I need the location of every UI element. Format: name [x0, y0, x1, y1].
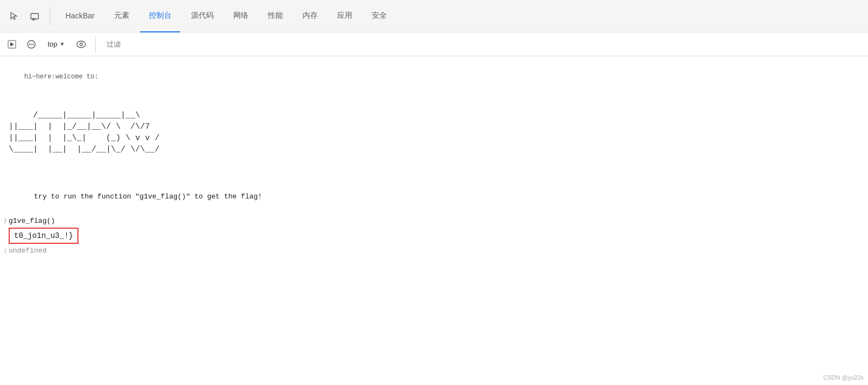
- execute-icon[interactable]: [4, 37, 19, 52]
- watermark: CSDN @yu22x: [823, 374, 864, 381]
- prompt-arrow-icon: 〉: [4, 217, 6, 224]
- console-content: hi~here:welcome to: /_____|_____|_____|_…: [0, 56, 868, 385]
- dropdown-arrow-icon: ▼: [60, 41, 65, 47]
- context-label: top: [48, 40, 57, 48]
- tab-network[interactable]: 网络: [225, 0, 257, 32]
- tab-elements[interactable]: 元素: [106, 0, 138, 32]
- ascii-art: /_____|_____|_____|__\ ||___| | |_/__|__…: [0, 94, 868, 171]
- cursor-icon[interactable]: [5, 8, 23, 25]
- tab-application[interactable]: 应用: [328, 0, 361, 32]
- devtools-icons: [5, 8, 50, 25]
- command-text: g1ve_flag(): [9, 217, 55, 225]
- collapse-arrow-icon: 〈: [4, 248, 6, 254]
- tab-security[interactable]: 安全: [363, 0, 396, 32]
- command-input-line: 〉 g1ve_flag(): [0, 215, 868, 227]
- clear-icon[interactable]: [24, 37, 39, 52]
- context-selector[interactable]: top ▼: [43, 38, 69, 50]
- tab-console[interactable]: 控制台: [140, 0, 180, 32]
- welcome-line: hi~here:welcome to:: [0, 61, 868, 94]
- tab-hackbar[interactable]: HackBar: [57, 0, 103, 32]
- hint-line: try to run the function "g1ve_flag()" to…: [0, 180, 868, 215]
- svg-point-9: [80, 43, 82, 45]
- svg-rect-0: [31, 14, 38, 19]
- undefined-text: undefined: [9, 247, 47, 255]
- flag-value: t0_jo1n_u3_!}: [9, 228, 78, 244]
- svg-marker-5: [10, 42, 14, 47]
- device-icon[interactable]: [26, 8, 43, 25]
- tab-sources[interactable]: 源代码: [182, 0, 222, 32]
- undefined-line: 〈 undefined: [0, 245, 868, 256]
- svg-point-8: [77, 41, 86, 48]
- tab-memory[interactable]: 内存: [294, 0, 326, 32]
- filter-input[interactable]: [102, 38, 864, 50]
- toolbar-divider: [95, 37, 96, 52]
- eye-icon[interactable]: [74, 37, 89, 52]
- tab-bar: HackBar 元素 控制台 源代码 网络 性能 内存 应用 安全: [0, 0, 868, 32]
- tab-performance[interactable]: 性能: [259, 0, 292, 32]
- flag-result-line: t0_jo1n_u3_!}: [0, 227, 868, 245]
- console-toolbar: top ▼: [0, 32, 868, 56]
